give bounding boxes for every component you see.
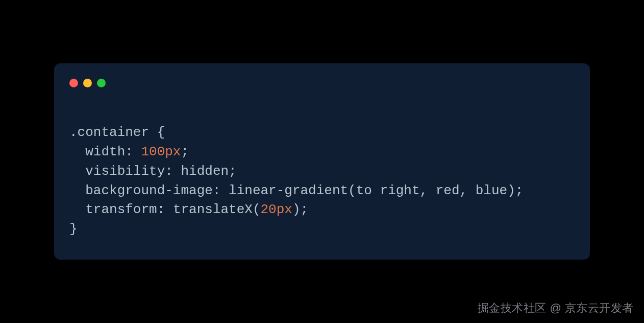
close-icon[interactable] (69, 79, 78, 87)
semicolon: ; (515, 183, 524, 198)
minimize-icon[interactable] (83, 79, 92, 87)
css-selector: .container (69, 125, 149, 140)
paren-close: ) (292, 202, 301, 217)
indent (69, 144, 85, 159)
css-number: 20 (261, 202, 277, 217)
css-property: visibility (85, 164, 165, 179)
colon: : (213, 183, 229, 198)
brace-close: } (69, 221, 78, 237)
css-property: background-image (85, 183, 213, 198)
indent (69, 202, 85, 217)
css-func: translateX( (173, 202, 261, 217)
semicolon: ; (301, 202, 309, 217)
semicolon: ; (229, 164, 237, 179)
colon: : (125, 144, 141, 159)
css-property: transform (85, 202, 157, 217)
css-number: 100 (141, 144, 165, 159)
semicolon: ; (181, 144, 189, 159)
window-traffic-lights (69, 79, 575, 87)
css-property: width (85, 144, 125, 159)
css-unit: px (277, 202, 292, 217)
indent (69, 164, 85, 179)
watermark-text: 掘金技术社区 @ 京东云开发者 (478, 301, 634, 316)
colon: : (157, 202, 173, 217)
code-window: .container { width: 100px; visibility: h… (54, 63, 590, 259)
colon: : (165, 164, 181, 179)
css-unit: px (165, 144, 181, 159)
indent (69, 183, 85, 198)
css-value: hidden (181, 164, 229, 179)
brace-open: { (149, 125, 165, 140)
code-block: .container { width: 100px; visibility: h… (69, 123, 575, 239)
css-value: linear-gradient(to right, red, blue) (229, 183, 515, 198)
maximize-icon[interactable] (97, 79, 106, 87)
